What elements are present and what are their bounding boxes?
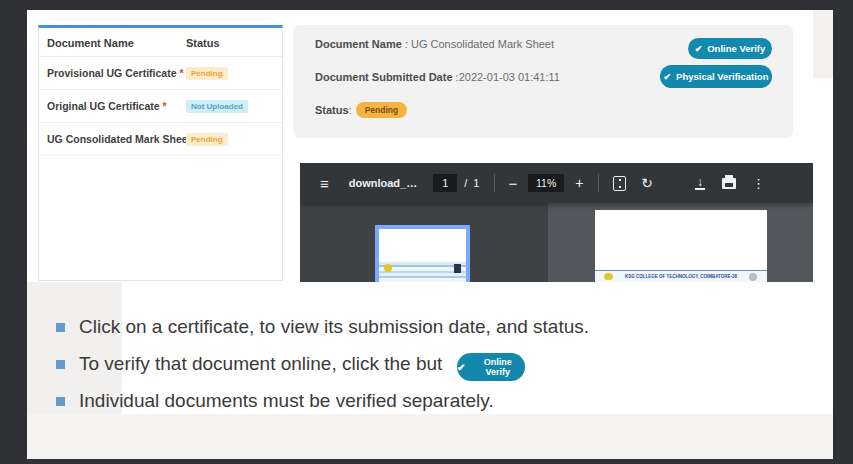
pdf-thumbnail-sidebar (300, 203, 548, 282)
document-name-label: UG Consolidated Mark Sheet (47, 133, 191, 145)
certificate-seal-icon (604, 273, 613, 280)
document-submitted-date-field: Document Submitted Date :2022-01-03 01:4… (315, 71, 560, 83)
separator: : (349, 104, 352, 116)
instruction-text: To verify that document online, click th… (79, 353, 442, 374)
page-thumbnail-selected[interactable] (375, 225, 470, 282)
column-header-document-name: Document Name (47, 37, 134, 49)
status-field-label: Status (315, 104, 349, 116)
online-verify-button-label: Online Verify (470, 357, 525, 377)
certificate-emblem-icon (749, 273, 757, 281)
online-verify-button[interactable]: ✔ Online Verify (688, 38, 772, 59)
slide-canvas: Document Name Status Provisional UG Cert… (0, 0, 853, 464)
background-gutter (813, 10, 833, 78)
more-options-icon[interactable]: ⋮ (752, 176, 765, 191)
table-row-ug-consolidated-mark-sheet[interactable]: UG Consolidated Mark Sheet Pending (39, 123, 282, 156)
status-badge: Pending (186, 133, 228, 146)
list-item: Individual documents must be verified se… (56, 390, 589, 412)
slide-frame-left (0, 0, 27, 464)
pdf-content-area: KSG COLLEGE OF TECHNOLOGY, COIMBATORE-38 (300, 203, 813, 282)
print-icon[interactable] (722, 178, 736, 189)
certificate-seal-icon (384, 264, 392, 272)
pdf-viewer: ≡ download_… 1 / 1 − 11% + ↻ ↓ ⋮ (300, 163, 813, 282)
document-name-field-value: UG Consolidated Mark Sheet (411, 38, 554, 50)
download-icon[interactable]: ↓ (695, 177, 705, 190)
physical-verification-button-label: Physical Verification (676, 71, 768, 82)
document-date-field-value: 2022-01-03 01:41:11 (459, 71, 560, 83)
zoom-out-button[interactable]: − (508, 175, 517, 192)
required-asterisk: * (163, 100, 167, 112)
documents-table-card: Document Name Status Provisional UG Cert… (38, 25, 283, 281)
list-item: Click on a certificate, to view its subm… (56, 316, 589, 338)
check-icon: ✔ (695, 44, 703, 54)
instruction-text: Individual documents must be verified se… (79, 390, 494, 411)
zoom-level-input[interactable]: 11% (528, 174, 564, 192)
instruction-text: Click on a certificate, to view its subm… (79, 316, 589, 337)
certificate-college-title: KSG COLLEGE OF TECHNOLOGY, COIMBATORE-38 (617, 274, 745, 279)
page-number-input[interactable]: 1 (433, 174, 457, 192)
status-badge: Pending (186, 67, 228, 80)
pdf-toolbar: ≡ download_… 1 / 1 − 11% + ↻ ↓ ⋮ (300, 163, 813, 203)
pdf-page: KSG COLLEGE OF TECHNOLOGY, COIMBATORE-38 (595, 210, 767, 282)
bullet-icon (56, 397, 65, 406)
document-name-label: Original UG Certificate (47, 100, 163, 112)
document-name-label: Provisional UG Certificate (47, 67, 179, 79)
status-field: Status : Pending (315, 102, 407, 118)
toolbar-divider (494, 174, 495, 192)
separator: : (402, 38, 411, 50)
document-name-field-label: Document Name (315, 38, 402, 50)
certificate-photo (454, 264, 461, 273)
fit-to-page-icon[interactable] (613, 176, 626, 191)
certificate-header-image: KSG COLLEGE OF TECHNOLOGY, COIMBATORE-38 (595, 270, 767, 282)
table-row-original-ug-certificate[interactable]: Original UG Certificate * Not Uploaded (39, 90, 282, 123)
bullet-icon (56, 323, 65, 332)
online-verify-button-illustration[interactable]: ✔ Online Verify (457, 353, 525, 381)
bullet-icon (56, 360, 65, 369)
documents-table-header: Document Name Status (39, 28, 282, 57)
pdf-page-view: KSG COLLEGE OF TECHNOLOGY, COIMBATORE-38 (548, 203, 813, 282)
table-row-provisional-ug-certificate[interactable]: Provisional UG Certificate * Pending (39, 57, 282, 90)
certificate-thumbnail-image (379, 262, 466, 282)
status-badge: Not Uploaded (186, 100, 248, 113)
toolbar-divider (598, 174, 599, 192)
document-details-panel: Document Name : UG Consolidated Mark She… (293, 25, 793, 138)
physical-verification-button[interactable]: ✔ Physical Verification (660, 65, 772, 88)
required-asterisk: * (179, 67, 183, 79)
slide-frame-right (833, 0, 853, 464)
slide-frame-bottom (0, 459, 853, 464)
online-verify-button-label: Online Verify (707, 43, 765, 54)
zoom-in-button[interactable]: + (575, 175, 583, 191)
page-total: 1 (473, 177, 479, 189)
check-icon: ✔ (664, 72, 672, 82)
status-pending-badge: Pending (356, 102, 408, 118)
slide-frame-top (0, 0, 853, 10)
document-name-field: Document Name : UG Consolidated Mark She… (315, 38, 554, 50)
menu-icon[interactable]: ≡ (320, 175, 329, 192)
page-divider: / (464, 177, 467, 189)
pdf-filename: download_… (349, 177, 417, 189)
document-date-field-label: Document Submitted Date (315, 71, 453, 83)
column-header-status: Status (186, 37, 220, 49)
rotate-icon[interactable]: ↻ (641, 175, 653, 191)
check-icon: ✔ (457, 362, 465, 373)
